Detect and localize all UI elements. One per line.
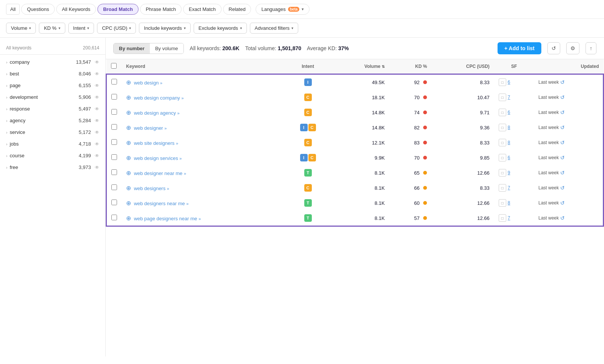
eye-icon[interactable]: 👁 [95,165,99,170]
refresh-row-icon[interactable]: ↺ [560,79,565,85]
eye-icon[interactable]: 👁 [95,60,99,65]
sf-number[interactable]: 6 [508,110,510,115]
sf-number[interactable]: 8 [508,200,510,206]
row-checkbox[interactable] [111,169,117,175]
tab-broad-match[interactable]: Broad Match [97,4,139,15]
eye-icon[interactable]: 👁 [95,95,99,100]
exclude-keywords-filter[interactable]: Exclude keywords ▾ [194,23,247,34]
row-checkbox[interactable] [111,139,117,145]
eye-icon[interactable]: 👁 [95,153,99,158]
tab-exact-match[interactable]: Exact Match [183,4,222,15]
sf-number[interactable]: 6 [508,80,510,85]
keyword-link[interactable]: web page designers near me [134,216,197,221]
add-circle-icon[interactable]: ⊕ [126,170,131,176]
row-checkbox[interactable] [111,79,117,84]
row-checkbox[interactable] [111,200,117,205]
include-keywords-filter[interactable]: Include keywords ▾ [139,23,190,34]
volume-column-header[interactable]: Volume ⇅ [333,59,389,74]
tab-questions[interactable]: Questions [21,4,55,15]
eye-icon[interactable]: 👁 [95,71,99,77]
sidebar-item[interactable]: › best 8,046 👁 [0,68,105,80]
row-checkbox[interactable] [111,184,117,190]
sf-number[interactable]: 7 [508,215,510,221]
row-checkbox[interactable] [111,215,117,220]
keyword-link[interactable]: web design agency [134,110,176,116]
eye-icon[interactable]: 👁 [95,83,99,88]
sidebar-item[interactable]: › service 5,172 👁 [0,126,105,138]
row-checkbox[interactable] [111,124,117,130]
sf-container: □ 8 [499,139,529,146]
sf-number[interactable]: 7 [508,185,510,190]
keyword-link[interactable]: web design services [134,155,178,161]
keyword-link[interactable]: web design [134,80,159,86]
add-circle-icon[interactable]: ⊕ [126,140,131,146]
refresh-row-icon[interactable]: ↺ [560,140,565,146]
refresh-row-icon[interactable]: ↺ [560,170,565,176]
tab-related[interactable]: Related [223,4,251,15]
sf-number[interactable]: 8 [508,125,510,130]
sf-number[interactable]: 8 [508,140,510,145]
add-circle-icon[interactable]: ⊕ [126,79,131,86]
eye-icon[interactable]: 👁 [95,130,99,135]
sidebar-item[interactable]: › jobs 4,718 👁 [0,138,105,150]
sidebar-item[interactable]: › company 13,547 👁 [0,56,105,68]
add-circle-icon[interactable]: ⊕ [126,185,131,191]
refresh-button[interactable]: ↺ [547,42,560,54]
volume-filter[interactable]: Volume ▾ [6,23,36,34]
tab-all[interactable]: All [6,4,20,15]
row-checkbox[interactable] [111,109,117,115]
refresh-row-icon[interactable]: ↺ [560,124,565,131]
sidebar-item[interactable]: › response 5,497 👁 [0,103,105,115]
add-circle-icon[interactable]: ⊕ [126,215,131,221]
tab-phrase-match[interactable]: Phrase Match [140,4,182,15]
sidebar-item[interactable]: › page 6,155 👁 [0,80,105,91]
tab-all-keywords[interactable]: All Keywords [56,4,96,15]
add-circle-icon[interactable]: ⊕ [126,109,131,116]
sidebar-item[interactable]: › free 3,973 👁 [0,161,105,173]
sidebar-item[interactable]: › development 5,906 👁 [0,91,105,103]
row-checkbox[interactable] [111,94,117,100]
by-volume-button[interactable]: By volume [150,43,183,54]
row-checkbox[interactable] [111,154,117,160]
keyword-link[interactable]: web designers [134,186,166,191]
eye-icon[interactable]: 👁 [95,141,99,147]
eye-icon[interactable]: 👁 [95,106,99,112]
refresh-row-icon[interactable]: ↺ [560,94,565,100]
eye-icon[interactable]: 👁 [95,118,99,123]
cpc-filter[interactable]: CPC (USD) ▾ [97,23,136,34]
advanced-filters-button[interactable]: Advanced filters ▾ [250,23,299,34]
avg-kd-value: 37% [338,45,349,51]
keyword-link[interactable]: web designer [134,125,163,131]
add-circle-icon[interactable]: ⊕ [126,124,131,131]
add-circle-icon[interactable]: ⊕ [126,155,131,161]
select-all-checkbox[interactable] [111,63,117,69]
export-button[interactable]: ↑ [586,42,596,54]
refresh-row-icon[interactable]: ↺ [560,185,565,191]
sf-number[interactable]: 9 [508,170,510,175]
keyword-link[interactable]: web designer near me [134,170,183,176]
kd-column-header: KD % [389,59,431,74]
kd-filter[interactable]: KD % ▾ [39,23,65,34]
keyword-link[interactable]: web designers near me [134,201,185,206]
refresh-row-icon[interactable]: ↺ [560,200,565,206]
add-to-list-button[interactable]: + Add to list [498,42,541,54]
sidebar-keyword-count: 4,199 [73,153,91,158]
cpc-cell: 9.36 [431,120,494,135]
settings-button[interactable]: ⚙ [566,42,579,54]
intent-filter[interactable]: Intent ▾ [68,23,94,34]
refresh-row-icon[interactable]: ↺ [560,215,565,221]
keyword-link[interactable]: web site designers [134,140,175,146]
by-number-button[interactable]: By number [114,43,150,54]
sidebar-item[interactable]: › agency 5,284 👁 [0,115,105,126]
refresh-row-icon[interactable]: ↺ [560,155,565,161]
keyword-link[interactable]: web design company [134,95,180,101]
sf-number[interactable]: 6 [508,155,510,160]
languages-button[interactable]: Languages beta ▾ [256,4,310,15]
refresh-row-icon[interactable]: ↺ [560,109,565,115]
sf-number[interactable]: 7 [508,95,510,100]
add-circle-icon[interactable]: ⊕ [126,94,131,101]
kd-chevron-icon: ▾ [59,26,60,30]
intent-cell: IC [283,150,333,165]
add-circle-icon[interactable]: ⊕ [126,200,131,206]
sidebar-item[interactable]: › course 4,199 👁 [0,150,105,161]
